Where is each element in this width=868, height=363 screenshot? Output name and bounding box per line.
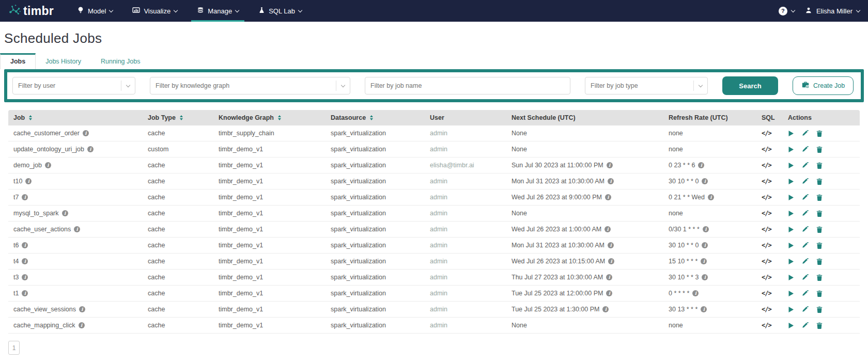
info-icon[interactable]: i: [608, 242, 614, 248]
edit-job-button[interactable]: [802, 130, 809, 137]
edit-job-button[interactable]: [802, 194, 809, 201]
info-icon[interactable]: i: [608, 178, 614, 184]
sql-code-icon[interactable]: </>: [762, 210, 771, 217]
filter-job-type-select[interactable]: Filter by job type: [585, 77, 708, 94]
sql-code-icon[interactable]: </>: [762, 242, 771, 249]
sql-code-icon[interactable]: </>: [762, 162, 771, 169]
search-button[interactable]: Search: [722, 76, 778, 95]
sql-code-icon[interactable]: </>: [762, 194, 771, 201]
run-job-button[interactable]: [788, 210, 794, 217]
delete-job-button[interactable]: [816, 290, 823, 297]
tab-jobs[interactable]: Jobs: [0, 53, 36, 69]
info-icon[interactable]: i: [703, 226, 709, 232]
delete-job-button[interactable]: [816, 178, 823, 185]
column-header[interactable]: Datasource: [331, 114, 430, 121]
delete-job-button[interactable]: [816, 274, 823, 281]
delete-job-button[interactable]: [816, 226, 823, 233]
help-menu[interactable]: ?: [779, 7, 795, 15]
info-icon[interactable]: i: [702, 178, 708, 184]
edit-job-button[interactable]: [802, 290, 809, 297]
info-icon[interactable]: i: [45, 162, 51, 168]
info-icon[interactable]: i: [606, 290, 612, 296]
page-button-1[interactable]: 1: [8, 341, 20, 355]
edit-job-button[interactable]: [802, 258, 809, 265]
info-icon[interactable]: i: [608, 258, 614, 264]
sql-code-icon[interactable]: </>: [762, 130, 771, 137]
column-header[interactable]: Job: [13, 114, 148, 121]
info-icon[interactable]: i: [22, 258, 28, 264]
filter-user-select[interactable]: Filter by user: [12, 77, 135, 94]
delete-job-button[interactable]: [816, 242, 823, 249]
edit-job-button[interactable]: [802, 146, 809, 153]
run-job-button[interactable]: [788, 322, 794, 329]
info-icon[interactable]: i: [606, 274, 612, 280]
info-icon[interactable]: i: [692, 290, 699, 296]
info-icon[interactable]: i: [22, 274, 28, 280]
column-header[interactable]: Knowledge Graph: [219, 114, 331, 121]
info-icon[interactable]: i: [79, 306, 85, 312]
info-icon[interactable]: i: [605, 226, 611, 232]
delete-job-button[interactable]: [816, 258, 823, 265]
info-icon[interactable]: i: [22, 242, 28, 248]
run-job-button[interactable]: [788, 226, 794, 233]
nav-item-visualize[interactable]: Visualize: [122, 0, 187, 22]
edit-job-button[interactable]: [802, 226, 809, 233]
edit-job-button[interactable]: [802, 178, 809, 185]
info-icon[interactable]: i: [25, 178, 32, 184]
run-job-button[interactable]: [788, 242, 794, 249]
run-job-button[interactable]: [788, 162, 794, 169]
sql-code-icon[interactable]: </>: [762, 274, 771, 281]
info-icon[interactable]: i: [702, 274, 708, 280]
delete-job-button[interactable]: [816, 210, 823, 217]
info-icon[interactable]: i: [605, 194, 611, 200]
info-icon[interactable]: i: [602, 306, 609, 312]
info-icon[interactable]: i: [87, 146, 94, 152]
run-job-button[interactable]: [788, 194, 794, 201]
sql-code-icon[interactable]: </>: [762, 146, 771, 153]
info-icon[interactable]: i: [702, 242, 708, 248]
run-job-button[interactable]: [788, 130, 794, 137]
nav-item-sql-lab[interactable]: SQL Lab: [249, 0, 312, 22]
delete-job-button[interactable]: [816, 322, 823, 329]
edit-job-button[interactable]: [802, 274, 809, 281]
sql-code-icon[interactable]: </>: [762, 226, 771, 233]
filter-job-name-input[interactable]: [365, 77, 570, 94]
info-icon[interactable]: i: [62, 210, 68, 216]
info-icon[interactable]: i: [83, 130, 89, 136]
run-job-button[interactable]: [788, 146, 794, 153]
info-icon[interactable]: i: [701, 306, 707, 312]
sql-code-icon[interactable]: </>: [762, 178, 771, 185]
run-job-button[interactable]: [788, 306, 794, 313]
info-icon[interactable]: i: [74, 226, 80, 232]
delete-job-button[interactable]: [816, 130, 823, 137]
run-job-button[interactable]: [788, 274, 794, 281]
info-icon[interactable]: i: [701, 258, 707, 264]
delete-job-button[interactable]: [816, 146, 823, 153]
info-icon[interactable]: i: [698, 162, 704, 168]
filter-knowledge-graph-select[interactable]: Filter by knowledge graph: [150, 77, 350, 94]
timbr-logo[interactable]: timbr: [8, 0, 54, 22]
nav-item-model[interactable]: Model: [67, 0, 122, 22]
run-job-button[interactable]: [788, 178, 794, 185]
info-icon[interactable]: i: [22, 194, 28, 200]
delete-job-button[interactable]: [816, 162, 823, 169]
tab-jobs-history[interactable]: Jobs History: [36, 54, 91, 69]
run-job-button[interactable]: [788, 258, 794, 265]
nav-item-manage[interactable]: Manage: [187, 0, 249, 22]
edit-job-button[interactable]: [802, 242, 809, 249]
column-header[interactable]: Job Type: [148, 114, 219, 121]
edit-job-button[interactable]: [802, 306, 809, 313]
delete-job-button[interactable]: [816, 194, 823, 201]
sql-code-icon[interactable]: </>: [762, 306, 771, 313]
user-menu[interactable]: Elisha Miller: [805, 7, 860, 15]
sql-code-icon[interactable]: </>: [762, 290, 771, 297]
sql-code-icon[interactable]: </>: [762, 322, 771, 329]
info-icon[interactable]: i: [22, 290, 28, 296]
create-job-button[interactable]: Create Job: [793, 76, 854, 95]
run-job-button[interactable]: [788, 290, 794, 297]
edit-job-button[interactable]: [802, 210, 809, 217]
info-icon[interactable]: i: [607, 162, 613, 168]
edit-job-button[interactable]: [802, 162, 809, 169]
edit-job-button[interactable]: [802, 322, 809, 329]
tab-running-jobs[interactable]: Running Jobs: [91, 54, 150, 69]
